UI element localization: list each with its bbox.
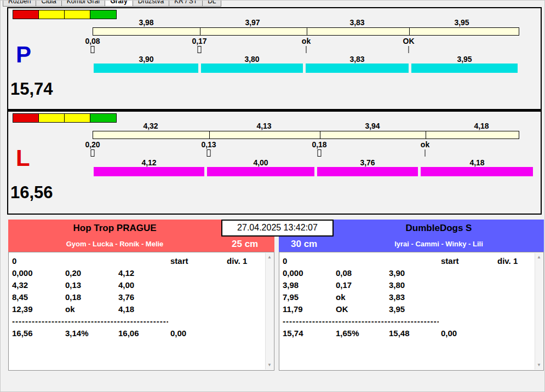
team-panel-left: Hop Trop PRAGUE Gyom - Lucka - Roník - M… xyxy=(8,220,274,371)
scroll-up-icon[interactable]: ▲ xyxy=(535,253,543,261)
gross-split-time: 4,32 xyxy=(143,122,158,130)
result-cell: 16,06 xyxy=(118,327,170,339)
net-split-bar xyxy=(317,167,418,176)
scroll-down-icon[interactable]: ▼ xyxy=(535,361,543,369)
status-segment xyxy=(39,10,65,19)
result-row: 0startdiv. 1 xyxy=(12,255,263,267)
result-cell xyxy=(441,267,497,279)
result-cell: 0,000 xyxy=(283,267,336,279)
tab-kr-st[interactable]: KR / ST xyxy=(169,1,202,7)
result-cell: 0 xyxy=(12,255,65,267)
scroll-down-icon[interactable]: ▼ xyxy=(266,361,273,369)
ruler-divider xyxy=(307,28,307,35)
ruler-divider xyxy=(426,131,426,139)
lane-total: 15,74 xyxy=(10,79,53,99)
start-mark-tick-line xyxy=(425,149,426,157)
start-mark: 0,08 xyxy=(85,37,100,45)
app-window: RozběhČidlaKombi GrafGrafyDružstvaKR / S… xyxy=(0,0,545,392)
net-split-labels: 4,124,003,764,18 xyxy=(8,158,541,167)
status-segment xyxy=(39,114,65,122)
result-cell: 8,45 xyxy=(12,291,65,303)
result-cell: 3,83 xyxy=(389,291,441,303)
lane-p: 3,983,973,833,95 0,080,17okOK 3,903,803,… xyxy=(8,8,541,109)
ruler-divider xyxy=(209,131,210,139)
status-segment xyxy=(65,10,90,19)
gross-time-ruler xyxy=(93,131,519,139)
result-cell: start xyxy=(170,255,227,267)
start-mark-tick-box xyxy=(91,149,95,157)
start-mark-labels: 0,080,17okOK xyxy=(8,37,541,45)
result-cell xyxy=(65,255,118,267)
result-cell: 0,08 xyxy=(336,267,389,279)
gross-split-time: 3,95 xyxy=(454,18,469,27)
result-cell: 4,18 xyxy=(118,303,170,315)
team-subheader: Iyrai - Cammi - Winky - Lili 30 cm xyxy=(279,237,544,252)
result-cell: 0,00 xyxy=(170,327,227,339)
net-split-bar xyxy=(94,64,198,73)
result-cell xyxy=(227,291,263,303)
net-split-bar xyxy=(201,64,303,73)
result-cell xyxy=(170,303,227,315)
result-cell: ok xyxy=(65,303,118,315)
result-cell: 1,65% xyxy=(336,327,389,339)
result-cell: ok xyxy=(336,291,389,303)
result-cell xyxy=(497,291,532,303)
result-row: 4,320,134,00 xyxy=(12,279,263,291)
result-cell: 0,00 xyxy=(441,327,497,339)
net-split-labels: 3,903,803,833,95 xyxy=(8,55,541,64)
result-cell xyxy=(497,267,532,279)
tab-bar: RozběhČidlaKombi GrafGrafyDružstvaKR / S… xyxy=(3,1,540,7)
result-cell: 4,00 xyxy=(118,279,170,291)
net-split-time: 3,80 xyxy=(244,55,259,64)
result-cell xyxy=(441,291,497,303)
ruler-divider xyxy=(409,28,410,35)
result-cell xyxy=(497,279,532,291)
result-table: 0startdiv. 10,0000,204,124,320,134,008,4… xyxy=(12,255,263,339)
gross-split-time: 3,83 xyxy=(349,18,364,27)
result-cell: 0,20 xyxy=(65,267,118,279)
result-cell: 15,74 xyxy=(283,327,336,339)
tab-dl[interactable]: DL xyxy=(202,1,221,7)
result-cell xyxy=(497,303,532,315)
tab--idla[interactable]: Čidla xyxy=(36,1,61,7)
separator-line: ----------------------------------------… xyxy=(12,315,168,327)
gross-split-time: 4,13 xyxy=(256,122,271,130)
scroll-up-icon[interactable]: ▲ xyxy=(266,253,273,261)
team-subheader: Gyom - Lucka - Roník - Melie 25 cm xyxy=(8,237,274,252)
result-cell: 11,79 xyxy=(283,303,336,315)
tab-rozb-h[interactable]: Rozběh xyxy=(3,1,36,7)
start-mark: OK xyxy=(403,37,415,45)
ruler-divider xyxy=(320,131,320,139)
result-cell: 15,48 xyxy=(389,327,441,339)
team-category: 25 cm xyxy=(232,237,258,252)
vertical-scrollbar[interactable]: ▲ ▼ xyxy=(535,253,543,370)
tab-kombi-graf[interactable]: Kombi Graf xyxy=(61,1,105,7)
lane-letter: P xyxy=(16,43,31,66)
result-cell xyxy=(227,303,263,315)
start-mark-ticks xyxy=(8,46,541,54)
vertical-scrollbar[interactable]: ▲ ▼ xyxy=(265,253,273,370)
gross-split-time: 4,18 xyxy=(474,122,489,130)
teams-section: Hop Trop PRAGUE Gyom - Lucka - Roník - M… xyxy=(8,220,544,371)
result-table: 0startdiv. 10,0000,083,903,980,173,807,9… xyxy=(283,255,532,339)
result-cell: 0,000 xyxy=(12,267,65,279)
team-panel-right: DumbleDogs S Iyrai - Cammi - Winky - Lil… xyxy=(279,220,544,371)
result-row: 0,0000,083,90 xyxy=(283,267,532,279)
net-split-bar xyxy=(411,64,518,73)
result-row: 3,980,173,80 xyxy=(283,279,532,291)
result-cell xyxy=(389,255,441,267)
result-cell: 0,17 xyxy=(336,279,389,291)
lanes-chart-box: 3,983,973,833,95 0,080,17okOK 3,903,803,… xyxy=(7,7,542,215)
start-mark-tick-box xyxy=(318,149,322,157)
start-mark-tick-line xyxy=(409,46,409,53)
tab-dru-stva[interactable]: Družstva xyxy=(133,1,169,7)
start-mark-tick-box xyxy=(198,46,202,53)
net-split-bar xyxy=(207,167,314,176)
tab-grafy[interactable]: Grafy xyxy=(105,1,132,7)
result-cell xyxy=(170,291,227,303)
result-cell: div. 1 xyxy=(227,255,263,267)
start-mark-labels: 0,200,130,18ok xyxy=(8,140,541,149)
gross-split-time: 3,94 xyxy=(365,122,380,130)
net-split-bar xyxy=(421,167,533,176)
gross-split-time: 3,97 xyxy=(245,18,260,27)
